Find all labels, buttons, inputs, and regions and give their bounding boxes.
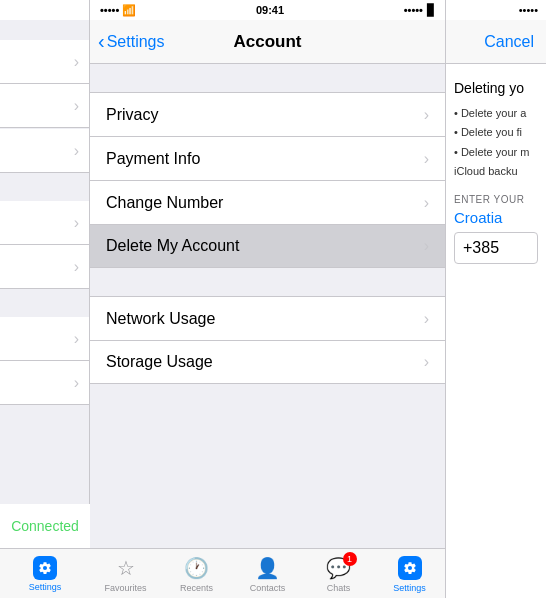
star-icon-wrapper: ☆ (113, 555, 139, 581)
gear-icon (398, 556, 422, 580)
list-item[interactable]: › (0, 129, 89, 173)
tab-item-settings-left[interactable]: Settings (23, 556, 68, 592)
tab-contacts-label: Contacts (250, 583, 286, 593)
clock-icon-wrapper: 🕐 (184, 555, 210, 581)
left-panel: › › › › › › › C (0, 0, 90, 598)
bullet-1: • Delete your a (454, 106, 538, 121)
storage-usage-label: Storage Usage (106, 353, 213, 371)
person-icon: 👤 (255, 556, 280, 580)
network-usage-row[interactable]: Network Usage › (90, 296, 445, 340)
list-item[interactable]: › (0, 201, 89, 245)
tab-label-settings: Settings (29, 582, 62, 592)
change-number-label: Change Number (106, 194, 223, 212)
page-title: Account (234, 32, 302, 52)
tab-recents-label: Recents (180, 583, 213, 593)
tab-recents[interactable]: 🕐 Recents (161, 555, 232, 593)
tab-chats[interactable]: 💬 1 Chats (303, 555, 374, 593)
tab-chats-label: Chats (327, 583, 351, 593)
chats-badge: 1 (343, 552, 357, 566)
wifi-right-icon: ▊ (427, 4, 435, 17)
list-item[interactable]: › (0, 40, 89, 84)
back-button[interactable]: ‹ Settings (98, 30, 164, 53)
tab-settings-label: Settings (393, 583, 426, 593)
bullet-2: • Delete you fi (454, 125, 538, 140)
chevron-right-icon: › (424, 150, 429, 168)
enter-label: ENTER YOUR (454, 194, 538, 205)
right-panel: ••••• Cancel Deleting yo • Delete your a… (446, 0, 546, 598)
chevron-right-icon: › (74, 53, 79, 71)
delete-title: Deleting yo (454, 80, 538, 96)
right-nav-bar: Cancel (446, 20, 546, 64)
carrier-right: ••••• (404, 4, 423, 16)
middle-status-bar: ••••• 📶 09:41 ••••• ▊ (90, 0, 445, 20)
phone-code: +385 (463, 239, 499, 257)
gear-icon-wrapper (397, 555, 423, 581)
payment-info-label: Payment Info (106, 150, 200, 168)
privacy-label: Privacy (106, 106, 158, 124)
time-display: 09:41 (256, 4, 284, 16)
tab-favourites[interactable]: ☆ Favourites (90, 555, 161, 593)
clock-icon: 🕐 (184, 556, 209, 580)
list-item[interactable]: › (0, 361, 89, 405)
left-list-group-3: › › (0, 317, 89, 405)
tab-contacts[interactable]: 👤 Contacts (232, 555, 303, 593)
middle-tab-bar: ☆ Favourites 🕐 Recents 👤 Contacts 💬 1 Ch… (90, 548, 445, 598)
network-usage-label: Network Usage (106, 310, 215, 328)
chevron-right-icon: › (424, 237, 429, 255)
list-item[interactable]: › (0, 84, 89, 128)
status-right: ••••• ▊ (404, 4, 435, 17)
star-icon: ☆ (117, 556, 135, 580)
status-left: ••••• 📶 (100, 4, 136, 17)
country-selector[interactable]: Croatia (454, 209, 538, 226)
right-status-bar: ••••• (446, 0, 546, 20)
change-number-row[interactable]: Change Number › (90, 180, 445, 224)
left-list-group-2: › › (0, 201, 89, 289)
chevron-right-icon: › (74, 214, 79, 232)
right-carrier: ••••• (519, 4, 538, 16)
chevron-right-icon: › (74, 97, 79, 115)
connected-text: Connected (11, 518, 79, 534)
phone-input-row: +385 (454, 232, 538, 264)
delete-account-row[interactable]: Delete My Account › (90, 224, 445, 268)
list-item[interactable]: › (0, 245, 89, 289)
cancel-button[interactable]: Cancel (484, 33, 534, 51)
nav-bar: ‹ Settings Account (90, 20, 445, 64)
section-group-1: Privacy › Payment Info › Change Number ›… (90, 92, 445, 268)
gear-icon (33, 556, 57, 580)
chevron-right-icon: › (74, 330, 79, 348)
list-item[interactable]: › (0, 317, 89, 361)
payment-info-row[interactable]: Payment Info › (90, 136, 445, 180)
privacy-row[interactable]: Privacy › (90, 92, 445, 136)
left-list-group-1: › › › (0, 40, 89, 173)
bubble-icon-wrapper: 💬 1 (326, 555, 352, 581)
storage-usage-row[interactable]: Storage Usage › (90, 340, 445, 384)
back-label: Settings (107, 33, 165, 51)
tab-favourites-label: Favourites (104, 583, 146, 593)
tab-settings[interactable]: Settings (374, 555, 445, 593)
right-content: Deleting yo • Delete your a • Delete you… (446, 64, 546, 598)
wifi-icon: 📶 (122, 4, 136, 17)
carrier-text: ••••• (100, 4, 119, 16)
bullet-3: • Delete your m (454, 145, 538, 160)
back-chevron-icon: ‹ (98, 30, 105, 53)
delete-account-label: Delete My Account (106, 237, 239, 255)
chevron-right-icon: › (74, 374, 79, 392)
chevron-right-icon: › (74, 258, 79, 276)
bullet-4: iCloud backu (454, 164, 538, 179)
middle-panel: ••••• 📶 09:41 ••••• ▊ ‹ Settings Account… (90, 0, 446, 598)
connected-badge: Connected (0, 504, 90, 548)
chevron-right-icon: › (424, 106, 429, 124)
chevron-right-icon: › (424, 310, 429, 328)
chevron-right-icon: › (424, 353, 429, 371)
left-status-bar (0, 0, 89, 20)
chevron-right-icon: › (74, 142, 79, 160)
chevron-right-icon: › (424, 194, 429, 212)
left-tab-bar: Settings (0, 548, 90, 598)
section-group-2: Network Usage › Storage Usage › (90, 296, 445, 384)
person-icon-wrapper: 👤 (255, 555, 281, 581)
